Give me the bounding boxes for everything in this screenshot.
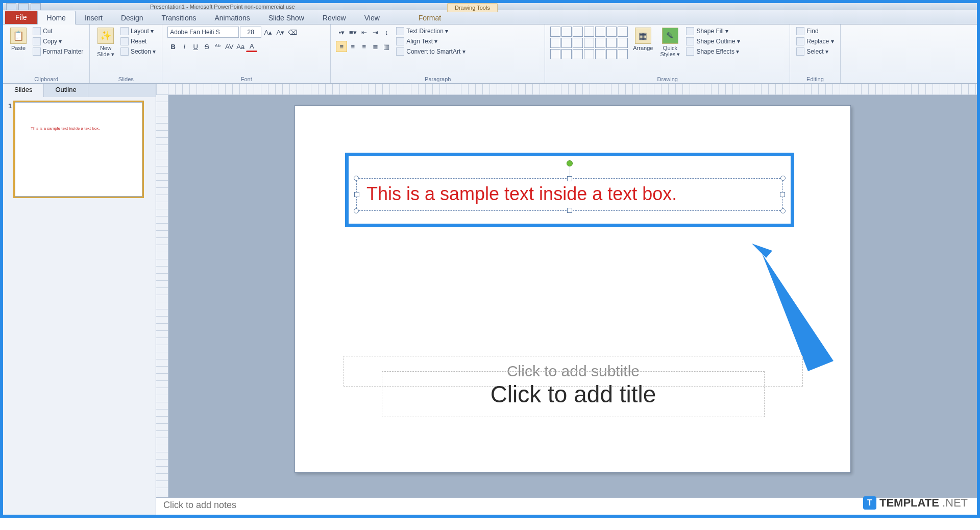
cut-button[interactable]: Cut [32, 27, 84, 36]
horizontal-ruler [156, 84, 977, 95]
qat-redo-icon[interactable] [31, 3, 41, 10]
text-direction-icon [396, 27, 404, 35]
shape-fill-icon [686, 27, 694, 35]
resize-handle-ml[interactable] [354, 192, 359, 197]
layout-icon [120, 27, 129, 35]
shadow-button[interactable]: ᴬᵇ [212, 41, 224, 52]
copy-button[interactable]: Copy ▾ [32, 37, 84, 46]
group-drawing: ▦Arrange ✎Quick Styles ▾ Shape Fill ▾ Sh… [545, 25, 790, 83]
replace-icon [796, 37, 804, 45]
rotation-handle[interactable] [567, 160, 573, 166]
notes-pane[interactable]: Click to add notes [156, 497, 977, 515]
format-painter-icon [33, 47, 41, 56]
decrease-indent-button[interactable]: ⇤ [358, 27, 370, 38]
section-button[interactable]: Section ▾ [119, 47, 157, 56]
resize-handle-tl[interactable] [354, 176, 359, 181]
watermark-brand: TEMPLATE [879, 496, 939, 510]
text-direction-button[interactable]: Text Direction ▾ [395, 27, 466, 36]
tab-animations[interactable]: Animations [205, 11, 259, 24]
tab-file[interactable]: File [5, 11, 37, 24]
slide-thumbnail-1[interactable]: This is a sample text inside a text box. [15, 102, 142, 197]
group-font: Adobe Fan Heiti S 28 A▴ A▾ ⌫ B I U S ᴬᵇ … [162, 25, 331, 83]
panel-tab-outline[interactable]: Outline [44, 84, 88, 97]
tab-review[interactable]: Review [313, 11, 355, 24]
underline-button[interactable]: U [190, 41, 201, 52]
font-name-combo[interactable]: Adobe Fan Heiti S [167, 27, 239, 38]
align-right-button[interactable]: ≡ [358, 41, 370, 52]
find-button[interactable]: Find [795, 27, 835, 36]
qat-undo-icon[interactable] [18, 3, 29, 10]
shape-outline-button[interactable]: Shape Outline ▾ [685, 37, 741, 46]
tab-insert[interactable]: Insert [76, 11, 112, 24]
justify-button[interactable]: ≣ [370, 41, 381, 52]
group-label-font: Font [167, 75, 325, 82]
qat-save-icon[interactable] [6, 3, 16, 10]
shape-outline-icon [686, 37, 694, 45]
align-left-button[interactable]: ≡ [336, 41, 347, 52]
shrink-font-button[interactable]: A▾ [275, 27, 286, 38]
ribbon-tabs: File Home Insert Design Transitions Anim… [3, 10, 977, 25]
replace-button[interactable]: Replace ▾ [795, 37, 835, 46]
grow-font-button[interactable]: A▴ [262, 27, 274, 38]
bullets-button[interactable]: ▪▾ [336, 27, 347, 38]
watermark-badge-icon: T [863, 496, 876, 510]
tab-transitions[interactable]: Transitions [153, 11, 206, 24]
quick-styles-icon: ✎ [662, 28, 678, 44]
arrange-button[interactable]: ▦Arrange [631, 27, 655, 52]
line-spacing-button[interactable]: ↕ [381, 27, 392, 38]
font-size-combo[interactable]: 28 [240, 27, 261, 38]
textbox-content[interactable]: This is a sample text inside a text box. [366, 183, 677, 205]
title-placeholder[interactable]: Click to add title [382, 371, 765, 417]
group-label-clipboard: Clipboard [8, 75, 84, 82]
italic-button[interactable]: I [179, 41, 190, 52]
group-clipboard: 📋 Paste Cut Copy ▾ Format Painter Clipbo… [3, 25, 90, 83]
slide-canvas[interactable]: This is a sample text inside a text box.… [295, 105, 851, 473]
group-editing: Find Replace ▾ Select ▾ Editing [790, 25, 840, 83]
panel-tab-slides[interactable]: Slides [3, 84, 44, 97]
tab-home[interactable]: Home [37, 11, 76, 25]
shape-effects-button[interactable]: Shape Effects ▾ [685, 47, 741, 56]
columns-button[interactable]: ▥ [381, 41, 392, 52]
resize-handle-bm[interactable] [567, 208, 572, 213]
contextual-tab-group: Drawing Tools [447, 3, 498, 12]
strikethrough-button[interactable]: S [201, 41, 212, 52]
copy-icon [33, 37, 41, 45]
group-label-slides: Slides [95, 75, 157, 82]
resize-handle-tm[interactable] [567, 176, 572, 181]
numbering-button[interactable]: ≡▾ [347, 27, 358, 38]
change-case-button[interactable]: Aa [235, 41, 246, 52]
section-icon [120, 47, 129, 56]
increase-indent-button[interactable]: ⇥ [370, 27, 381, 38]
resize-handle-bl[interactable] [354, 208, 359, 213]
resize-handle-mr[interactable] [780, 192, 785, 197]
quick-styles-button[interactable]: ✎Quick Styles ▾ [658, 27, 682, 59]
resize-handle-br[interactable] [780, 208, 786, 213]
shape-gallery[interactable] [550, 27, 628, 59]
bold-button[interactable]: B [167, 41, 179, 52]
clear-format-button[interactable]: ⌫ [287, 27, 298, 38]
vertical-ruler [156, 95, 168, 497]
convert-smartart-button[interactable]: Convert to SmartArt ▾ [395, 47, 466, 56]
tab-format[interactable]: Format [409, 11, 450, 24]
tab-view[interactable]: View [355, 11, 389, 24]
quick-access-toolbar [6, 3, 41, 10]
ribbon: 📋 Paste Cut Copy ▾ Format Painter Clipbo… [3, 25, 977, 84]
tab-design[interactable]: Design [112, 11, 153, 24]
align-center-button[interactable]: ≡ [347, 41, 358, 52]
arrange-icon: ▦ [635, 28, 651, 44]
shape-fill-button[interactable]: Shape Fill ▾ [685, 27, 741, 36]
char-spacing-button[interactable]: AV [224, 41, 235, 52]
font-color-button[interactable]: A [246, 41, 257, 52]
select-button[interactable]: Select ▾ [795, 47, 835, 56]
thumb-number: 1 [8, 102, 12, 197]
resize-handle-tr[interactable] [780, 176, 786, 181]
window-title: Presentation1 - Microsoft PowerPoint non… [150, 4, 295, 10]
format-painter-button[interactable]: Format Painter [32, 47, 84, 56]
align-text-button[interactable]: Align Text ▾ [395, 37, 466, 46]
shape-effects-icon [686, 47, 694, 56]
new-slide-button[interactable]: ✨ New Slide ▾ [95, 27, 116, 59]
paste-button[interactable]: 📋 Paste [8, 27, 29, 52]
reset-button[interactable]: Reset [119, 37, 157, 46]
layout-button[interactable]: Layout ▾ [119, 27, 157, 36]
tab-slideshow[interactable]: Slide Show [259, 11, 313, 24]
